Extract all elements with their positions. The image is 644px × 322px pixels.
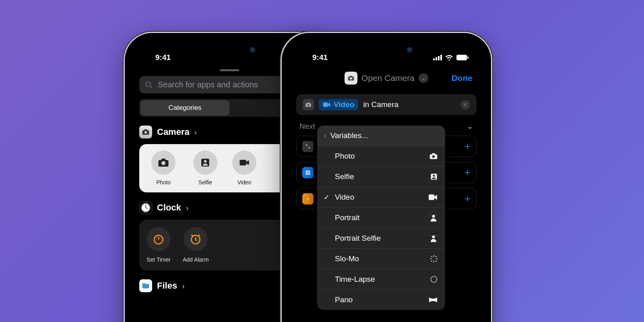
video-icon (428, 194, 438, 201)
camera-action-photo[interactable]: Photo (145, 151, 182, 186)
svg-rect-21 (306, 173, 308, 175)
svg-point-27 (432, 215, 435, 218)
popover-option-slomo[interactable]: Slo-Mo (317, 249, 445, 269)
battery-icon (456, 55, 469, 60)
clock-action-alarm[interactable]: Add Alarm (183, 227, 209, 263)
camera-action-selfie[interactable]: Selfie (187, 151, 224, 186)
spinner-icon (430, 255, 438, 263)
selfie-icon (430, 173, 438, 181)
camera-icon (303, 99, 314, 110)
camera-icon (429, 152, 438, 161)
svg-rect-18 (323, 102, 328, 107)
suggestion-icon (302, 141, 314, 152)
svg-rect-22 (308, 173, 310, 175)
svg-point-33 (430, 235, 431, 236)
camera-app-icon (139, 126, 152, 138)
status-time: 9:41 (155, 53, 171, 62)
svg-point-31 (436, 220, 437, 221)
drawer-grabber[interactable] (220, 69, 239, 71)
popover-variables[interactable]: › Variables... (317, 126, 445, 146)
action-row[interactable]: Video in Camera ✕ (296, 94, 477, 115)
search-icon (145, 81, 153, 89)
svg-point-4 (204, 160, 207, 163)
clock-title: Clock (157, 202, 181, 213)
close-icon[interactable]: ✕ (460, 100, 470, 109)
status-icons (433, 55, 469, 61)
svg-rect-5 (239, 160, 246, 165)
spinner-icon (430, 275, 438, 283)
portrait-icon (429, 234, 438, 243)
plus-icon[interactable]: + (464, 166, 471, 179)
popover-option-portrait-selfie[interactable]: Portrait Selfie (317, 228, 445, 249)
chevron-down-icon: ⌄ (467, 122, 473, 131)
clock-action-timer[interactable]: Set Timer (147, 227, 171, 263)
plus-icon[interactable]: + (464, 140, 471, 153)
chevron-right-icon: › (194, 128, 197, 137)
action-suffix: in Camera (363, 100, 398, 109)
chevron-right-icon: › (324, 132, 326, 139)
svg-rect-15 (467, 56, 469, 59)
video-icon (323, 101, 331, 108)
camera-title: Camera (157, 127, 190, 137)
files-app-icon (139, 279, 152, 292)
svg-rect-11 (436, 57, 437, 60)
popover-option-photo[interactable]: Photo (317, 146, 445, 167)
svg-point-8 (154, 235, 163, 244)
svg-rect-13 (440, 55, 442, 60)
pano-icon (428, 297, 438, 303)
photo-icon (151, 151, 175, 175)
svg-rect-20 (308, 170, 310, 172)
popover-option-portrait[interactable]: Portrait (317, 208, 445, 228)
popover-option-video[interactable]: Video (317, 187, 445, 208)
svg-point-34 (436, 235, 437, 236)
wifi-icon (445, 55, 453, 61)
cellular-icon (433, 55, 442, 60)
svg-rect-12 (438, 56, 440, 60)
svg-point-2 (161, 161, 165, 165)
svg-rect-19 (306, 170, 308, 172)
status-time: 9:41 (312, 53, 328, 62)
alarm-icon (184, 227, 208, 251)
svg-point-35 (431, 277, 437, 283)
done-button[interactable]: Done (452, 73, 473, 83)
popover-option-pano[interactable]: Pano (317, 290, 445, 310)
camera-icon (345, 72, 357, 85)
chevron-right-icon: › (182, 281, 185, 291)
nav-title[interactable]: Open Camera ⌄ (345, 72, 428, 85)
selfie-icon (193, 151, 217, 175)
nav-bar: Open Camera ⌄ Done (287, 66, 485, 92)
popover-option-timelapse[interactable]: Time-Lapse (317, 269, 445, 290)
phone-right: 9:41 Open Camera ⌄ Done Video in Camera … (282, 33, 491, 322)
chevron-down-icon[interactable]: ⌄ (419, 73, 428, 83)
popover-option-selfie[interactable]: Selfie (317, 167, 445, 187)
suggestion-icon: x (302, 193, 314, 204)
video-icon (232, 151, 256, 175)
tab-categories[interactable]: Categories (140, 100, 229, 116)
svg-point-32 (432, 235, 435, 238)
svg-point-17 (308, 104, 310, 106)
svg-point-29 (436, 215, 437, 215)
chevron-right-icon: › (186, 203, 189, 213)
svg-point-28 (430, 215, 431, 215)
svg-point-16 (350, 77, 352, 79)
timer-icon (147, 227, 171, 251)
svg-point-1 (144, 131, 147, 134)
camera-action-video[interactable]: Video (229, 151, 260, 186)
search-placeholder: Search for apps and actions (158, 80, 258, 89)
screen-right: 9:41 Open Camera ⌄ Done Video in Camera … (287, 39, 485, 322)
clock-app-icon (139, 201, 152, 214)
portrait-icon (429, 213, 438, 222)
suggestion-icon (302, 167, 314, 178)
mode-popover: › Variables... Photo Selfie Video Portra… (317, 126, 445, 310)
mode-pill[interactable]: Video (319, 99, 358, 110)
svg-point-23 (432, 155, 435, 158)
plus-icon[interactable]: + (464, 192, 471, 205)
svg-point-0 (146, 82, 151, 87)
svg-point-25 (433, 175, 435, 177)
files-title: Files (157, 281, 177, 291)
svg-rect-10 (433, 58, 435, 60)
svg-rect-26 (429, 194, 434, 200)
svg-point-30 (430, 220, 431, 221)
svg-rect-14 (456, 55, 467, 60)
